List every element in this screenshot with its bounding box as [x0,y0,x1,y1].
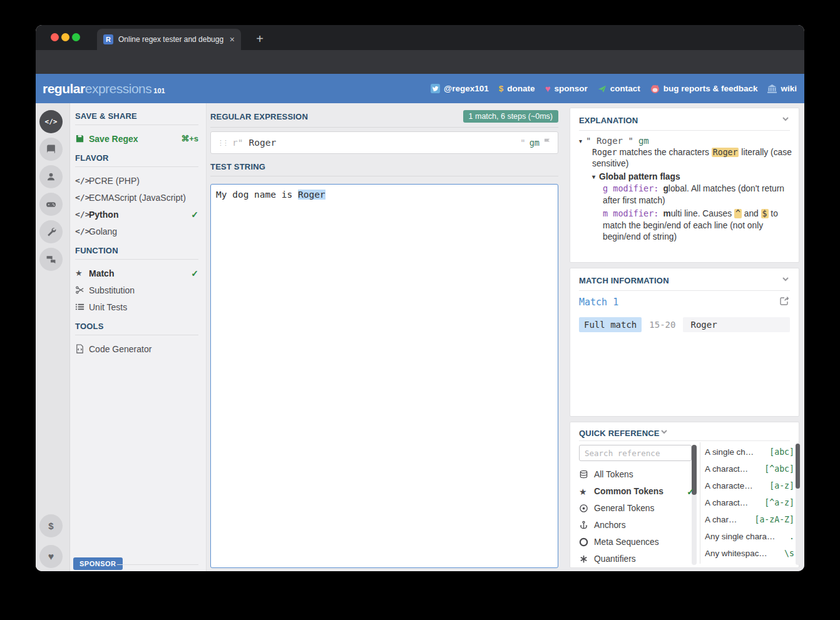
sponsor-button[interactable]: SPONSOR [73,557,123,570]
bullseye-icon [579,504,594,513]
feedback-nav-icon[interactable] [39,248,63,271]
category-all-tokens[interactable]: All Tokens [579,466,694,483]
match-label: Match 1 [579,297,618,308]
token-row[interactable]: A characte… [a-z] [705,477,794,494]
dollar-icon: $ [499,84,504,93]
quick-reference-heading: QUICK REFERENCE [579,429,660,438]
quick-reference-panel: QUICK REFERENCE All Tokens ★ [570,422,799,568]
twitter-link[interactable]: @regex101 [431,84,489,93]
site-logo[interactable]: regularexpressions101 [43,81,165,96]
tree-collapse-icon[interactable]: ▾ [579,138,582,145]
flavor-item-golang[interactable]: </> Golang [75,223,198,240]
highlighted-token: Roger [712,148,739,157]
new-tab-button[interactable]: + [251,30,269,48]
regex-delimiter-close: " [520,138,526,148]
flavor-item-ecmascript[interactable]: </> ECMAScript (JavaScript) [75,189,198,206]
file-code-icon [75,344,89,353]
save-regex-button[interactable]: Save Regex ⌘+s [75,130,198,147]
page-content: </> $ ♥ SAVE & SHARE Save Regex ⌘+s [36,103,804,571]
chevron-down-icon[interactable] [781,275,790,286]
divider [700,442,700,564]
tools-item-code-generator[interactable]: Code Generator [75,340,198,357]
match-value: Roger [683,317,790,332]
paper-plane-icon [598,84,607,93]
match-information-panel: MATCH INFORMATION Match 1 Full match 15-… [570,268,799,417]
stack-icon [579,470,594,479]
regex-heading: REGULAR EXPRESSION [210,112,463,121]
m-modifier-line: m modifier:multi line. Causes ^ and $ to… [603,208,791,243]
regex-delimiter-open: r" [232,138,243,148]
export-matches-icon[interactable] [779,296,790,308]
function-heading: FUNCTION [75,246,198,255]
donate-rail-icon[interactable]: $ [39,514,63,537]
reference-category-list: All Tokens ★ Common Tokens ✓ General Tok… [579,466,694,567]
chevron-down-icon[interactable] [781,114,790,126]
token-row[interactable]: Any whitespac… \s [705,545,794,562]
function-item-unit-tests[interactable]: Unit Tests [75,298,198,315]
token-row[interactable]: A charact… [^abc] [705,460,794,477]
sponsor-rail-icon[interactable]: ♥ [39,545,63,568]
settings-nav-icon[interactable] [39,220,63,243]
category-general-tokens[interactable]: General Tokens [579,500,694,517]
match-steps-badge[interactable]: 1 match, 6 steps (~0ms) [463,110,558,123]
browser-window: R Online regex tester and debugg × + reg… [36,25,804,571]
global-flags-node[interactable]: ▾ Global pattern flags [592,172,790,181]
star-icon: ★ [75,268,89,278]
token-row[interactable]: Any single chara… . [705,528,794,545]
regex-pattern: Roger [248,138,276,148]
regex-editor-nav-icon[interactable]: </> [39,110,63,133]
donate-link[interactable]: $ donate [499,84,535,93]
star-icon: ★ [579,487,594,497]
regex-quiz-nav-icon[interactable] [39,193,63,216]
tab-favicon: R [103,34,113,44]
reference-token-list: A single ch… [abc] A charact… [^abc] A c… [705,444,794,562]
regex-flags[interactable]: gm [530,138,540,148]
info-column: EXPLANATION ▾ " Roger " gm Roger matches… [565,103,804,571]
highlighted-token: $ [761,209,769,218]
token-row[interactable]: A charact… [^a-z] [705,494,794,511]
twitter-icon [431,84,440,93]
tree-collapse-icon[interactable]: ▾ [592,173,595,180]
function-item-match[interactable]: ★ Match ✓ [75,265,198,282]
flavor-item-python[interactable]: </> Python ✓ [75,206,198,223]
wiki-link[interactable]: wiki [767,84,797,93]
explanation-node[interactable]: ▾ " Roger " gm [579,136,790,146]
category-quantifiers[interactable]: Quantifiers [579,551,694,567]
drag-handle-icon[interactable]: ⋮⋮ [217,139,227,147]
asterisk-icon [579,554,594,564]
code-icon: </> [75,210,89,219]
minimize-window-button[interactable] [61,33,69,41]
test-string-heading: TEST STRING [210,162,558,171]
account-nav-icon[interactable] [39,165,63,188]
category-anchors[interactable]: Anchors [579,517,694,534]
close-window-button[interactable] [51,33,59,41]
check-icon: ✓ [191,268,198,278]
divider [117,564,198,565]
save-shortcut: ⌘+s [181,134,198,143]
token-scrollbar[interactable] [796,444,800,565]
regex-input[interactable]: ⋮⋮ r" Roger " gm [210,131,558,154]
test-string-input[interactable]: My dog name is Roger [210,184,558,568]
anchor-icon [579,521,594,530]
maximize-window-button[interactable] [72,33,80,41]
header-links: @regex101 $ donate ♥ sponsor contact bug… [431,83,797,94]
contact-link[interactable]: contact [598,84,640,93]
reference-search-input[interactable] [579,445,692,461]
category-common-tokens[interactable]: ★ Common Tokens ✓ [579,483,694,500]
library-nav-icon[interactable] [39,138,63,161]
icon-rail: </> $ ♥ [36,103,70,571]
token-row[interactable]: A char… [a-zA-Z] [705,511,794,528]
bug-reports-link[interactable]: bug reports & feedback [650,84,758,93]
token-row[interactable]: A single ch… [abc] [705,444,794,460]
category-meta-sequences[interactable]: Meta Sequences [579,534,694,551]
flavor-item-pcre[interactable]: </> PCRE (PHP) [75,172,198,189]
github-icon [650,84,660,93]
sponsor-link[interactable]: ♥ sponsor [545,83,588,94]
tab-close-icon[interactable]: × [230,34,235,44]
function-item-substitution[interactable]: Substitution [75,282,198,298]
code-icon: </> [75,193,89,202]
match-highlight: Roger [298,190,325,200]
flag-icon[interactable] [543,137,551,148]
chevron-down-icon[interactable] [660,427,668,439]
browser-tab[interactable]: R Online regex tester and debugg × [97,29,241,50]
